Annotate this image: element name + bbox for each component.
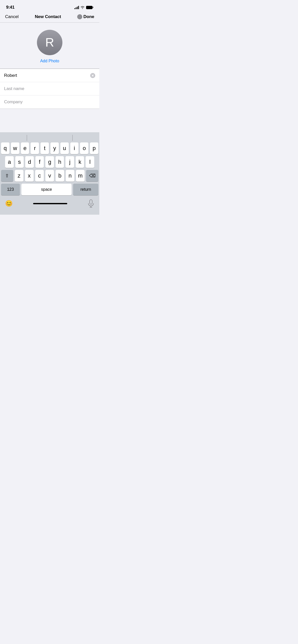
key-d[interactable]: d [25, 156, 34, 168]
avatar-section: R Add Photo [0, 23, 99, 69]
keyboard-row-2: a s d f g h j k l [0, 156, 99, 170]
key-v[interactable]: v [45, 170, 54, 182]
company-input[interactable] [4, 99, 95, 105]
svg-rect-0 [90, 200, 92, 204]
add-photo-button[interactable]: Add Photo [40, 59, 59, 63]
key-p[interactable]: p [90, 142, 98, 154]
space-key[interactable]: space [21, 184, 72, 195]
key-h[interactable]: h [56, 156, 64, 168]
signal-icon [74, 6, 79, 9]
contact-form [0, 69, 99, 109]
cursor-right [72, 135, 73, 141]
battery-icon [86, 6, 93, 9]
avatar-letter: R [45, 36, 54, 49]
done-label: Done [83, 14, 94, 19]
shift-key[interactable]: ⇧ [1, 170, 13, 182]
last-name-field[interactable] [0, 82, 99, 95]
key-j[interactable]: j [65, 156, 74, 168]
status-bar: 9:41 [0, 0, 99, 12]
key-n[interactable]: n [66, 170, 74, 182]
key-c[interactable]: c [35, 170, 44, 182]
key-a[interactable]: a [5, 156, 14, 168]
key-u[interactable]: u [60, 142, 69, 154]
keyboard-bottom-bar: 😊 [0, 197, 99, 215]
keyboard-cursor-row [0, 132, 99, 142]
microphone-icon[interactable] [88, 199, 94, 208]
first-name-input[interactable] [4, 73, 90, 78]
status-time: 9:41 [6, 5, 15, 10]
key-e[interactable]: e [21, 142, 29, 154]
key-o[interactable]: o [80, 142, 88, 154]
cursor-left [27, 135, 27, 141]
company-field[interactable] [0, 95, 99, 109]
keyboard-row-3: ⇧ z x c v b n m ⌫ [0, 170, 99, 184]
key-z[interactable]: z [15, 170, 23, 182]
key-q[interactable]: q [1, 142, 9, 154]
keyboard-row-4: 123 space return [0, 184, 99, 197]
cancel-button[interactable]: Cancel [5, 14, 19, 19]
key-x[interactable]: x [25, 170, 34, 182]
key-k[interactable]: k [76, 156, 84, 168]
last-name-input[interactable] [4, 86, 95, 91]
numbers-key[interactable]: 123 [1, 184, 20, 195]
emoji-button[interactable]: 😊 [5, 200, 13, 207]
key-s[interactable]: s [15, 156, 24, 168]
status-icons [74, 6, 93, 9]
key-m[interactable]: m [76, 170, 85, 182]
key-r[interactable]: r [31, 142, 39, 154]
key-l[interactable]: l [86, 156, 94, 168]
key-y[interactable]: y [50, 142, 59, 154]
key-b[interactable]: b [56, 170, 64, 182]
wifi-icon [80, 6, 85, 9]
nav-bar: Cancel New Contact Done [0, 12, 99, 23]
key-i[interactable]: i [70, 142, 79, 154]
first-name-field[interactable] [0, 69, 99, 82]
return-key[interactable]: return [73, 184, 98, 195]
key-w[interactable]: w [11, 142, 19, 154]
clear-first-name-button[interactable] [90, 73, 95, 78]
home-indicator [33, 203, 67, 204]
page-title: New Contact [35, 14, 61, 19]
keyboard: q w e r t y u i o p a s d f g h j k l ⇧ … [0, 132, 99, 215]
key-g[interactable]: g [45, 156, 54, 168]
done-button[interactable]: Done [77, 14, 94, 19]
avatar[interactable]: R [37, 30, 62, 55]
keyboard-row-1: q w e r t y u i o p [0, 142, 99, 156]
backspace-key[interactable]: ⌫ [86, 170, 98, 182]
key-t[interactable]: t [40, 142, 49, 154]
done-circle-icon [77, 14, 82, 19]
key-f[interactable]: f [35, 156, 44, 168]
